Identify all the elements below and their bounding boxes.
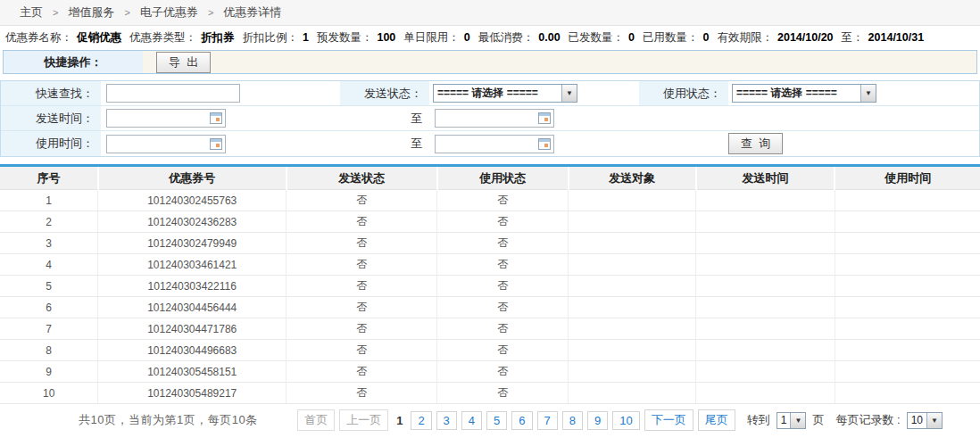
cell-use-status: 否 [437, 361, 569, 383]
cell-send-target [569, 340, 696, 361]
cell-send-status: 否 [287, 211, 437, 233]
cell-coupon-no: 101240305458151 [98, 361, 287, 383]
cell-use-status: 否 [437, 383, 569, 404]
page-link-8[interactable]: 8 [562, 411, 583, 430]
col-header-send-status: 发送状态 [287, 166, 437, 190]
page-link-7[interactable]: 7 [537, 411, 558, 430]
table-row: 6101240304456444否否 [0, 297, 980, 318]
cell-send-target [569, 361, 696, 383]
cell-send-status: 否 [287, 361, 437, 383]
send-time-from-input[interactable] [107, 110, 225, 127]
cell-send-time [696, 383, 835, 404]
cell-use-status: 否 [437, 297, 569, 318]
cell-send-status: 否 [287, 383, 437, 404]
send-status-select[interactable]: ===== 请选择 ===== ▼ [433, 84, 577, 103]
cell-use-time [835, 383, 980, 404]
calendar-icon[interactable] [210, 138, 222, 150]
table-row: 2101240302436283否否 [0, 211, 980, 233]
info-field-value: 促销优惠 [77, 31, 121, 44]
cell-send-target [569, 233, 696, 254]
cell-seq: 7 [0, 318, 98, 340]
table-row: 1101240302455763否否 [0, 190, 980, 211]
page-link-4[interactable]: 4 [461, 411, 482, 430]
search-button[interactable]: 查 询 [728, 133, 783, 154]
cell-send-time [696, 190, 835, 211]
use-time-from-input[interactable] [107, 136, 225, 153]
cell-send-time [696, 297, 835, 318]
use-status-select[interactable]: ===== 请选择 ===== ▼ [732, 84, 876, 103]
goto-page-select-value: 1 [777, 414, 791, 426]
cell-coupon-no: 101240303422116 [98, 276, 287, 297]
info-field-label: 有效期限： [718, 31, 774, 44]
info-field-value: 0 [464, 31, 470, 44]
coupon-detail-page: 主页 > 增值服务 > 电子优惠券 > 优惠券详情 优惠券名称：促销优惠优惠券类… [0, 0, 980, 434]
table-row: 4101240303461421否否 [0, 254, 980, 276]
use-time-to-input[interactable] [436, 136, 553, 153]
last-page-button[interactable]: 尾页 [698, 409, 735, 431]
page-link-3[interactable]: 3 [436, 411, 457, 430]
col-header-seq: 序号 [0, 166, 98, 190]
breadcrumb-item-value-added-services[interactable]: 增值服务 [68, 4, 114, 21]
breadcrumb-item-e-coupon[interactable]: 电子优惠券 [140, 4, 198, 21]
table-row: 9101240305458151否否 [0, 361, 980, 383]
info-field: 折扣比例：1 [243, 30, 309, 45]
page-link-9[interactable]: 9 [587, 411, 608, 430]
calendar-icon[interactable] [538, 112, 551, 124]
cell-seq: 4 [0, 254, 98, 276]
info-field: 单日限用：0 [403, 30, 469, 45]
breadcrumb: 主页 > 增值服务 > 电子优惠券 > 优惠券详情 [0, 0, 980, 26]
cell-use-time [835, 340, 980, 361]
cell-send-status: 否 [287, 276, 437, 297]
pagination-bar: 共10页，当前为第1页，每页10条 首页 上一页 1 2345678910 下一… [0, 407, 980, 434]
info-field-value: 折扣券 [201, 31, 235, 44]
info-field-value: 0 [628, 31, 635, 44]
info-field-value: 0 [703, 31, 710, 44]
table-row: 8101240304496683否否 [0, 340, 980, 361]
filter-row-3: 使用时间： 至 查 询 [1, 131, 979, 156]
info-field-value: 0.00 [538, 31, 560, 44]
info-field: 优惠券名称：促销优惠 [5, 30, 121, 45]
calendar-icon[interactable] [210, 112, 222, 124]
send-status-select-value: ===== 请选择 ===== [434, 86, 542, 101]
cell-use-time [835, 233, 980, 254]
breadcrumb-item-home[interactable]: 主页 [20, 4, 43, 21]
cell-use-status: 否 [437, 233, 569, 254]
per-page-label: 每页记录数 : [835, 412, 900, 428]
export-button[interactable]: 导 出 [156, 52, 211, 73]
coupon-table: 序号 优惠券号 发送状态 使用状态 发送对象 发送时间 使用时间 1101240… [0, 164, 980, 404]
page-link-10[interactable]: 10 [612, 411, 639, 430]
coupon-info-bar: 优惠券名称：促销优惠优惠券类型：折扣券折扣比例：1预发数量：100单日限用：0最… [0, 26, 980, 49]
send-time-to-label: 至 [340, 106, 429, 130]
page-link-2[interactable]: 2 [411, 411, 431, 430]
info-field-label: 优惠券类型： [129, 31, 196, 44]
cell-coupon-no: 101240303461421 [98, 254, 287, 276]
info-field-label: 预发数量： [317, 31, 373, 44]
cell-coupon-no: 101240304456444 [98, 297, 287, 318]
col-header-send-time: 发送时间 [696, 166, 835, 190]
goto-page-select[interactable]: 1 ▼ [777, 412, 807, 429]
cell-send-time [696, 318, 835, 340]
per-page-select[interactable]: 10 ▼ [907, 412, 943, 429]
calendar-icon[interactable] [538, 138, 551, 150]
page-link-5[interactable]: 5 [486, 411, 507, 430]
cell-use-time [835, 297, 980, 318]
cell-seq: 8 [0, 340, 98, 361]
current-page-indicator: 1 [396, 414, 403, 427]
quick-find-input[interactable] [106, 84, 240, 103]
info-field-value: 100 [377, 31, 395, 44]
first-page-button[interactable]: 首页 [297, 409, 335, 431]
info-field: 优惠券类型：折扣券 [129, 30, 235, 45]
cell-send-target [569, 254, 696, 276]
page-link-6[interactable]: 6 [511, 411, 532, 430]
cell-use-time [835, 254, 980, 276]
cell-use-status: 否 [437, 318, 569, 340]
use-status-label: 使用状态： [639, 81, 728, 105]
cell-send-time [696, 254, 835, 276]
next-page-button[interactable]: 下一页 [644, 409, 693, 431]
info-field-label: 已发数量： [569, 31, 625, 44]
prev-page-button[interactable]: 上一页 [339, 409, 388, 431]
send-time-to-input[interactable] [436, 110, 553, 127]
info-field: 已用数量：0 [643, 30, 709, 45]
cell-coupon-no: 101240304496683 [98, 340, 287, 361]
cell-use-status: 否 [437, 276, 569, 297]
